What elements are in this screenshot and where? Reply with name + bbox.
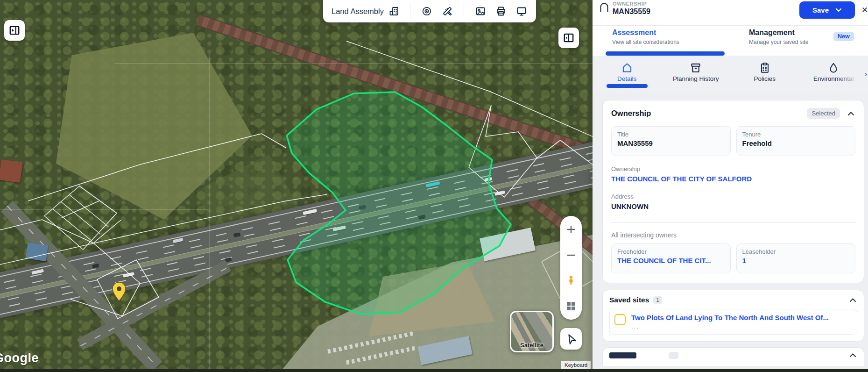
saved-site-checkbox[interactable] xyxy=(614,314,626,325)
ownership-card: Ownership Selected Title MAN35559 Tenure… xyxy=(602,100,864,283)
map-toolbar: Land Assembly xyxy=(323,0,536,22)
panel-collapse-button[interactable] xyxy=(558,28,579,48)
collapse-next-section-button[interactable] xyxy=(848,352,857,358)
panel-scroll-area[interactable]: Ownership Selected Title MAN35559 Tenure… xyxy=(593,93,868,369)
panel-subtabs: Details Planning History xyxy=(593,56,868,93)
ownership-arch-icon xyxy=(598,1,610,13)
title-label: Title xyxy=(617,131,725,138)
screenshot-button[interactable] xyxy=(473,3,488,19)
subtab-indicator-slot xyxy=(744,84,785,88)
ownership-block: Ownership THE COUNCIL OF THE CITY OF SAL… xyxy=(611,165,855,183)
ownership-panel: OWNERSHIP MAN35559 Save ✕ Assessment Vie… xyxy=(593,0,868,372)
title-value: MAN35559 xyxy=(617,139,725,147)
address-value: UNKNOWN xyxy=(611,202,855,210)
google-logo: Google xyxy=(0,351,39,365)
subtab-scroll-right-button[interactable]: › xyxy=(862,70,868,79)
map-pin[interactable] xyxy=(113,282,126,301)
saved-sites-title: Saved sites xyxy=(609,296,649,304)
buildings-icon xyxy=(388,6,400,17)
pegman-button[interactable] xyxy=(563,272,579,288)
save-button[interactable]: Save xyxy=(799,1,855,19)
subtab-details[interactable]: Details xyxy=(593,56,662,93)
subtab-policies[interactable]: Policies xyxy=(730,56,799,93)
toolbar-divider xyxy=(464,4,464,18)
subtab-policies-label: Policies xyxy=(754,75,776,82)
visibility-button[interactable] xyxy=(419,3,435,19)
monitor-icon xyxy=(516,6,527,17)
eye-icon xyxy=(421,6,432,17)
subtab-planning-history-label: Planning History xyxy=(673,75,719,82)
saved-site-texts: Two Plots Of Land Lying To The North And… xyxy=(631,314,829,330)
tab-assessment[interactable]: Assessment View all site considerations xyxy=(612,29,679,45)
saved-site-list-item[interactable]: Two Plots Of Land Lying To The North And… xyxy=(609,309,857,335)
map-vector-overlay xyxy=(0,0,593,372)
zoom-out-button[interactable] xyxy=(563,247,579,263)
subtab-indicator-slot xyxy=(813,84,854,88)
freeholder-label: Freeholder xyxy=(617,248,725,255)
tenure-field[interactable]: Tenure Freehold xyxy=(736,126,856,156)
clipboard-icon xyxy=(759,62,771,74)
map-tiles-button[interactable] xyxy=(563,298,579,314)
sidebar-expand-button[interactable] xyxy=(4,20,25,41)
toolbar-divider xyxy=(410,4,410,18)
land-assembly-app: Land Assembly xyxy=(0,0,868,372)
print-button[interactable] xyxy=(493,3,509,19)
panel-tabs: Assessment View all site considerations … xyxy=(593,26,868,56)
measure-button[interactable] xyxy=(439,3,455,19)
presentation-button[interactable] xyxy=(514,3,529,19)
selected-badge: Selected xyxy=(807,108,840,119)
ownership-owner-link[interactable]: THE COUNCIL OF THE CITY OF SALFORD xyxy=(611,175,855,183)
satellite-toggle[interactable]: Satellite xyxy=(510,311,554,352)
leaseholder-field[interactable]: Leaseholder 1 xyxy=(736,243,856,273)
navigation-arrow-icon xyxy=(565,333,577,345)
land-assembly-tool[interactable]: Land Assembly xyxy=(330,6,402,17)
saved-site-link[interactable]: Two Plots Of Land Lying To The North And… xyxy=(631,314,829,322)
next-section-title-clipped xyxy=(609,352,636,358)
zoom-in-button[interactable] xyxy=(563,222,579,237)
water-drop-icon xyxy=(827,62,840,74)
graticule xyxy=(0,54,593,372)
saved-sites-count-badge: 1 xyxy=(653,296,662,304)
tab-management[interactable]: Management Manage your saved site xyxy=(749,29,808,45)
tenure-value: Freehold xyxy=(742,139,850,147)
site-boundary-polygon[interactable] xyxy=(287,92,511,314)
next-section-badge-clipped xyxy=(669,352,678,359)
tab-assessment-sub: View all site considerations xyxy=(612,39,679,45)
ownership-card-title: Ownership xyxy=(611,109,807,118)
title-field[interactable]: Title MAN35559 xyxy=(611,126,731,156)
subtab-environmental-label: Environmental xyxy=(813,75,854,82)
subtab-details-label: Details xyxy=(617,75,636,82)
subtab-planning-history[interactable]: Planning History xyxy=(662,56,731,93)
panel-expand-icon xyxy=(8,24,21,36)
panel-collapse-icon xyxy=(563,32,575,44)
tab-assessment-label: Assessment xyxy=(612,29,679,37)
leaseholder-label: Leaseholder xyxy=(742,248,850,255)
title-tenure-row: Title MAN35559 Tenure Freehold xyxy=(611,126,855,156)
panel-header: OWNERSHIP MAN35559 Save ✕ xyxy=(593,0,868,26)
map-canvas[interactable]: Land Assembly xyxy=(0,0,593,372)
image-icon xyxy=(475,6,486,17)
collapse-ownership-button[interactable] xyxy=(847,110,855,117)
active-subtab-indicator xyxy=(607,84,648,88)
toolbar-title: Land Assembly xyxy=(332,7,384,16)
address-label: Address xyxy=(611,193,855,200)
tab-management-sub: Manage your saved site xyxy=(749,39,808,45)
leaseholder-value-link[interactable]: 1 xyxy=(742,257,850,265)
panel-eyebrow: OWNERSHIP xyxy=(613,1,647,7)
tab-management-label: Management xyxy=(749,29,808,37)
map-controls-pill xyxy=(560,216,582,320)
ruler-pencil-icon xyxy=(442,6,453,17)
panel-title: MAN35559 xyxy=(613,7,650,16)
freeholder-value-link[interactable]: THE COUNCIL OF THE CIT... xyxy=(617,257,725,265)
active-tab-indicator xyxy=(606,51,725,56)
collapse-saved-sites-button[interactable] xyxy=(848,297,857,303)
house-icon xyxy=(621,62,633,74)
subtab-environmental[interactable]: Environmental xyxy=(799,56,868,93)
close-panel-button[interactable]: ✕ xyxy=(859,5,868,15)
saved-site-ellipsis[interactable]: ... xyxy=(631,323,829,330)
tenure-label: Tenure xyxy=(742,131,850,138)
freeholder-field[interactable]: Freeholder THE COUNCIL OF THE CIT... xyxy=(611,243,731,273)
satellite-label: Satellite xyxy=(511,342,552,349)
saved-sites-header: Saved sites 1 xyxy=(609,296,857,304)
navigate-button[interactable] xyxy=(560,328,582,350)
